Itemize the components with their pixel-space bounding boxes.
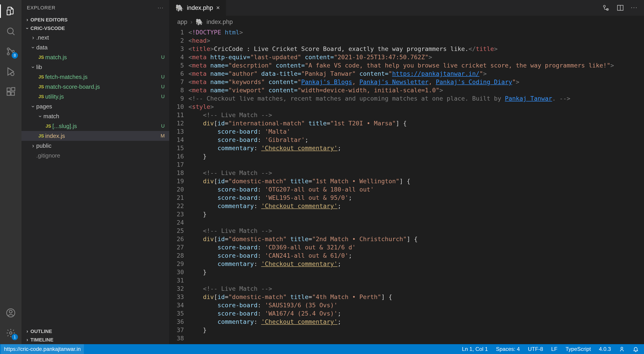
svg-rect-5 bbox=[7, 88, 10, 91]
folder-label: match bbox=[44, 113, 59, 120]
chevron-right-icon: › bbox=[30, 34, 36, 41]
git-status: U bbox=[161, 123, 165, 129]
php-file-icon: 🐘 bbox=[176, 4, 184, 12]
file-score-board[interactable]: JS match-score-board.js U bbox=[22, 82, 169, 92]
explorer-title: EXPLORER bbox=[27, 5, 56, 11]
open-editors-section[interactable]: › OPEN EDITORS bbox=[22, 16, 169, 24]
folder-label: public bbox=[36, 142, 52, 149]
git-status: U bbox=[161, 94, 165, 99]
lang-label: TypeScript bbox=[566, 346, 591, 352]
chevron-right-icon: › bbox=[24, 337, 30, 343]
folder-data[interactable]: › data bbox=[22, 42, 169, 52]
file-slug[interactable]: JS [...slug].js U bbox=[22, 121, 169, 131]
open-editors-label: OPEN EDITORS bbox=[30, 17, 68, 23]
file-label: .gitignore bbox=[36, 152, 60, 159]
file-label: index.js bbox=[45, 133, 65, 140]
tab-label: index.php bbox=[187, 4, 213, 11]
folder-public[interactable]: › public bbox=[22, 141, 169, 151]
cursor-position[interactable]: Ln 1, Col 1 bbox=[462, 346, 488, 352]
folder-pages-match[interactable]: › match bbox=[22, 111, 169, 121]
file-label: utility.js bbox=[45, 93, 64, 100]
code-content[interactable]: <!DOCTYPE html><head><title>CricCode : L… bbox=[188, 28, 644, 344]
indent-spaces[interactable]: Spaces: 4 bbox=[496, 346, 520, 352]
more-actions-icon[interactable]: ··· bbox=[631, 4, 638, 12]
file-label: [...slug].js bbox=[52, 123, 77, 130]
encoding[interactable]: UTF-8 bbox=[528, 346, 543, 352]
notifications-icon[interactable] bbox=[633, 346, 639, 352]
cursor-label: Ln 1, Col 1 bbox=[462, 346, 488, 352]
extensions-icon[interactable] bbox=[4, 85, 18, 98]
timeline-section[interactable]: › TIMELINE bbox=[22, 336, 169, 344]
spaces-label: Spaces: 4 bbox=[496, 346, 520, 352]
folder-label: data bbox=[36, 44, 48, 51]
file-utility[interactable]: JS utility.js U bbox=[22, 92, 169, 101]
scm-badge: 8 bbox=[12, 52, 18, 59]
timeline-label: TIMELINE bbox=[30, 337, 54, 343]
folder-pages[interactable]: › pages bbox=[22, 101, 169, 111]
close-icon[interactable]: × bbox=[216, 4, 220, 11]
file-gitignore[interactable]: .gitignore bbox=[22, 151, 169, 161]
tabs-row: 🐘 index.php × ··· bbox=[169, 0, 644, 16]
chevron-right-icon: › bbox=[24, 17, 30, 23]
chevron-down-icon: › bbox=[30, 44, 37, 50]
host-label: https://cric-code.pankajtanwar.in bbox=[4, 346, 81, 352]
compare-changes-icon[interactable] bbox=[602, 4, 610, 12]
git-status: M bbox=[161, 133, 165, 139]
source-control-icon[interactable]: 8 bbox=[4, 45, 18, 58]
typescript-version[interactable]: 4.0.3 bbox=[599, 346, 611, 352]
file-index-js[interactable]: JS index.js M bbox=[22, 131, 169, 141]
breadcrumb[interactable]: app › 🐘 index.php bbox=[169, 16, 644, 28]
chevron-down-icon: › bbox=[37, 113, 44, 119]
encoding-label: UTF-8 bbox=[528, 346, 543, 352]
svg-point-12 bbox=[604, 5, 606, 7]
git-status: U bbox=[161, 74, 165, 80]
js-file-icon: JS bbox=[37, 94, 45, 99]
file-match-js[interactable]: JS match.js U bbox=[22, 52, 169, 62]
js-file-icon: JS bbox=[37, 55, 45, 60]
search-icon[interactable] bbox=[4, 24, 18, 38]
explorer-more-icon[interactable]: ··· bbox=[158, 5, 164, 11]
outline-label: OUTLINE bbox=[30, 329, 52, 334]
file-label: match.js bbox=[45, 54, 67, 61]
file-fetch-matches[interactable]: JS fetch-matches.js U bbox=[22, 72, 169, 82]
eol-label: LF bbox=[551, 346, 558, 352]
workspace-section[interactable]: › CRIC-VSCODE bbox=[22, 24, 169, 33]
language-mode[interactable]: TypeScript bbox=[566, 346, 591, 352]
folder-next[interactable]: › .next bbox=[22, 33, 169, 42]
outline-section[interactable]: › OUTLINE bbox=[22, 327, 169, 336]
run-debug-icon[interactable] bbox=[4, 65, 18, 78]
explorer-icon[interactable] bbox=[4, 4, 18, 18]
feedback-icon[interactable] bbox=[619, 346, 625, 352]
chevron-down-icon: › bbox=[30, 103, 37, 110]
svg-point-0 bbox=[8, 28, 13, 34]
chevron-right-icon: › bbox=[30, 142, 36, 149]
js-file-icon: JS bbox=[37, 133, 45, 139]
breadcrumb-item[interactable]: app bbox=[177, 18, 187, 25]
js-file-icon: JS bbox=[44, 124, 52, 129]
version-label: 4.0.3 bbox=[599, 346, 611, 352]
js-file-icon: JS bbox=[37, 74, 45, 80]
account-icon[interactable] bbox=[4, 306, 18, 320]
split-editor-icon[interactable] bbox=[616, 4, 624, 12]
breadcrumb-item[interactable]: index.php bbox=[206, 18, 233, 25]
svg-point-1 bbox=[7, 48, 9, 50]
svg-rect-6 bbox=[7, 92, 10, 95]
status-bar: https://cric-code.pankajtanwar.in Ln 1, … bbox=[0, 344, 644, 354]
folder-lib[interactable]: › lib bbox=[22, 62, 169, 72]
remote-host[interactable]: https://cric-code.pankajtanwar.in bbox=[1, 344, 84, 354]
tab-index-php[interactable]: 🐘 index.php × bbox=[169, 0, 226, 16]
chevron-down-icon: › bbox=[30, 64, 37, 70]
folder-label: .next bbox=[36, 34, 49, 41]
activity-bar: 8 1 bbox=[0, 0, 22, 344]
svg-rect-7 bbox=[11, 92, 14, 95]
folder-label: pages bbox=[36, 103, 52, 110]
svg-point-10 bbox=[10, 310, 12, 313]
chevron-down-icon: › bbox=[24, 25, 30, 31]
settings-badge: 1 bbox=[12, 334, 18, 340]
file-label: match-score-board.js bbox=[45, 83, 100, 90]
settings-gear-icon[interactable]: 1 bbox=[4, 326, 18, 340]
workspace-label: CRIC-VSCODE bbox=[30, 25, 65, 31]
editor-area: 🐘 index.php × ··· app › 🐘 index.php 1234… bbox=[169, 0, 644, 344]
eol[interactable]: LF bbox=[551, 346, 558, 352]
svg-point-11 bbox=[10, 332, 12, 334]
